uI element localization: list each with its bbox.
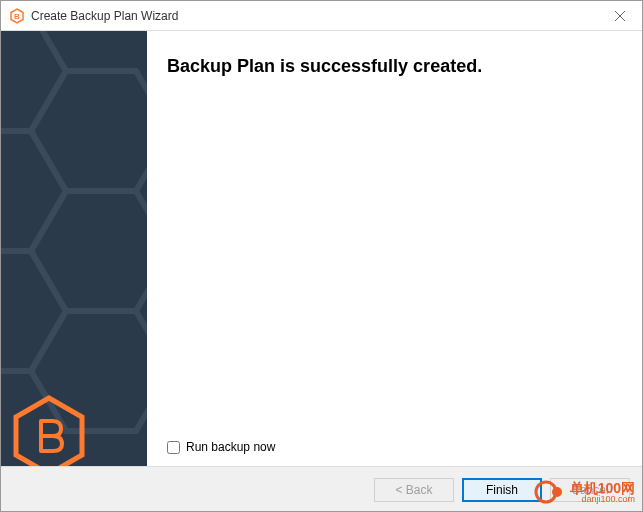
footer: < Back Finish Cancel xyxy=(1,466,642,512)
content-area: Backup Plan is successfully created. Run… xyxy=(147,31,642,466)
body-area: Backup Plan is successfully created. Run… xyxy=(1,31,642,466)
window-title: Create Backup Plan Wizard xyxy=(31,9,178,23)
run-backup-now-option[interactable]: Run backup now xyxy=(167,440,275,454)
back-button: < Back xyxy=(374,478,454,502)
run-backup-now-checkbox[interactable] xyxy=(167,441,180,454)
close-icon xyxy=(615,11,625,21)
cancel-button: Cancel xyxy=(550,478,630,502)
app-icon: B xyxy=(9,8,25,24)
finish-button[interactable]: Finish xyxy=(462,478,542,502)
titlebar: B Create Backup Plan Wizard xyxy=(1,1,642,31)
sidebar xyxy=(1,31,147,466)
close-button[interactable] xyxy=(597,1,642,31)
svg-text:B: B xyxy=(14,12,20,21)
page-heading: Backup Plan is successfully created. xyxy=(167,56,622,77)
run-backup-now-label: Run backup now xyxy=(186,440,275,454)
